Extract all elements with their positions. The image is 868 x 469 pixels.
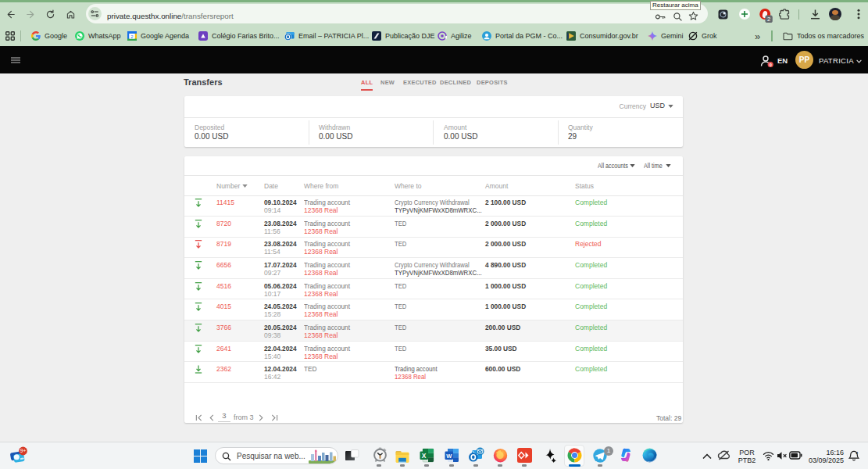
svg-text:z: z <box>856 450 859 455</box>
svg-text:0: 0 <box>770 63 772 67</box>
svg-text:2: 2 <box>767 16 770 23</box>
svg-text:9+: 9+ <box>20 448 27 453</box>
svg-text:W: W <box>446 453 452 460</box>
svg-text:X: X <box>422 452 427 460</box>
